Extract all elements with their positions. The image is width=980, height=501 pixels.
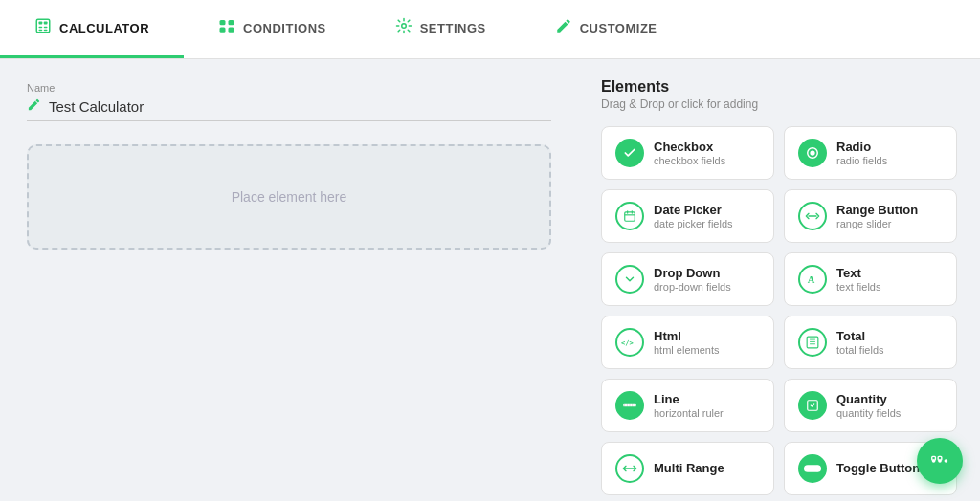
tab-conditions[interactable]: CONDITIONS bbox=[184, 0, 361, 58]
svg-rect-5 bbox=[39, 30, 43, 32]
total-icon bbox=[798, 328, 827, 357]
svg-point-34 bbox=[945, 459, 948, 463]
checkbox-desc: checkbox fields bbox=[654, 155, 725, 166]
drop-down-name: Drop Down bbox=[654, 266, 731, 281]
top-navigation: CALCULATOR CONDITIONS SETTINGS CUST bbox=[0, 0, 980, 59]
element-card-quantity[interactable]: Quantityquantity fields bbox=[784, 379, 957, 432]
range-button-text: Range Buttonrange slider bbox=[836, 203, 918, 229]
drop-down-desc: drop-down fields bbox=[654, 281, 731, 293]
svg-rect-3 bbox=[39, 27, 43, 29]
svg-rect-7 bbox=[220, 20, 226, 25]
tab-customize[interactable]: CUSTOMIZE bbox=[521, 0, 692, 58]
element-card-range-button[interactable]: Range Buttonrange slider bbox=[784, 189, 957, 243]
tab-customize-label: CUSTOMIZE bbox=[580, 21, 657, 35]
quantity-icon bbox=[798, 391, 827, 420]
text-name: Text bbox=[836, 266, 880, 281]
svg-rect-1 bbox=[39, 22, 43, 25]
html-text: Htmlhtml elements bbox=[654, 329, 719, 356]
element-card-html[interactable]: </>Htmlhtml elements bbox=[601, 316, 774, 369]
toggle-button-icon bbox=[798, 454, 827, 483]
line-icon bbox=[615, 391, 644, 420]
element-card-multi-range[interactable]: Multi Range bbox=[601, 442, 774, 495]
svg-rect-0 bbox=[36, 19, 50, 33]
date-picker-text: Date Pickerdate picker fields bbox=[654, 203, 733, 229]
drop-down-icon bbox=[615, 265, 644, 294]
name-label: Name bbox=[27, 82, 551, 94]
conditions-icon bbox=[218, 17, 235, 38]
drop-zone-label: Place element here bbox=[232, 189, 347, 205]
checkbox-name: Checkbox bbox=[654, 140, 725, 155]
settings-icon bbox=[395, 17, 412, 38]
svg-rect-8 bbox=[229, 20, 234, 25]
toggle-button-name: Toggle Button bbox=[836, 461, 920, 476]
range-button-desc: range slider bbox=[836, 218, 918, 229]
multi-range-icon bbox=[615, 454, 644, 483]
total-desc: total fields bbox=[836, 344, 884, 356]
right-panel: Elements Drag & Drop or click for adding… bbox=[578, 59, 980, 501]
total-name: Total bbox=[836, 329, 884, 344]
line-text: Linehorizontal ruler bbox=[654, 392, 724, 419]
element-card-date-picker[interactable]: Date Pickerdate picker fields bbox=[601, 189, 774, 243]
radio-desc: radio fields bbox=[836, 155, 887, 166]
elements-title: Elements bbox=[601, 78, 957, 96]
line-name: Line bbox=[654, 392, 724, 407]
date-picker-icon bbox=[615, 202, 644, 230]
svg-text:A: A bbox=[808, 274, 815, 285]
svg-point-11 bbox=[401, 24, 406, 29]
tab-calculator[interactable]: CALCULATOR bbox=[0, 0, 184, 58]
multi-range-text: Multi Range bbox=[654, 461, 724, 476]
fab-button[interactable] bbox=[917, 438, 963, 484]
svg-rect-2 bbox=[44, 22, 48, 25]
main-content: Name Place element here Elements Drag & … bbox=[0, 59, 980, 501]
customize-icon bbox=[555, 17, 572, 38]
line-desc: horizontal ruler bbox=[654, 407, 724, 419]
element-card-checkbox[interactable]: Checkboxcheckbox fields bbox=[601, 126, 774, 180]
text-icon: A bbox=[798, 265, 827, 294]
quantity-name: Quantity bbox=[836, 392, 901, 407]
radio-name: Radio bbox=[836, 140, 887, 155]
elements-grid: Checkboxcheckbox fieldsRadioradio fields… bbox=[601, 126, 957, 495]
radio-text: Radioradio fields bbox=[836, 140, 887, 166]
svg-rect-35 bbox=[932, 456, 936, 460]
radio-icon bbox=[798, 139, 827, 167]
element-card-line[interactable]: Linehorizontal ruler bbox=[601, 379, 774, 432]
svg-rect-9 bbox=[220, 28, 226, 33]
left-panel: Name Place element here bbox=[0, 59, 578, 501]
text-desc: text fields bbox=[836, 281, 880, 293]
svg-rect-14 bbox=[625, 212, 635, 221]
quantity-desc: quantity fields bbox=[836, 407, 901, 419]
svg-rect-20 bbox=[807, 337, 818, 348]
toggle-button-text: Toggle Button bbox=[836, 461, 920, 476]
calculator-icon bbox=[34, 17, 52, 38]
quantity-text: Quantityquantity fields bbox=[836, 392, 901, 419]
element-card-total[interactable]: Totaltotal fields bbox=[784, 316, 957, 369]
text-text: Texttext fields bbox=[836, 266, 880, 293]
elements-subtitle: Drag & Drop or click for adding bbox=[601, 98, 957, 111]
date-picker-name: Date Picker bbox=[654, 203, 733, 218]
svg-point-31 bbox=[814, 466, 820, 471]
html-desc: html elements bbox=[654, 344, 719, 356]
drop-zone[interactable]: Place element here bbox=[27, 144, 551, 250]
date-picker-desc: date picker fields bbox=[654, 218, 733, 229]
element-card-radio[interactable]: Radioradio fields bbox=[784, 126, 957, 180]
html-name: Html bbox=[654, 329, 719, 344]
html-icon: </> bbox=[615, 328, 644, 357]
svg-rect-10 bbox=[229, 28, 234, 33]
element-card-drop-down[interactable]: Drop Downdrop-down fields bbox=[601, 252, 774, 306]
name-field-row bbox=[27, 98, 551, 121]
svg-rect-4 bbox=[44, 27, 48, 29]
tab-calculator-label: CALCULATOR bbox=[59, 21, 149, 35]
tab-settings-label: SETTINGS bbox=[420, 21, 486, 35]
checkbox-text: Checkboxcheckbox fields bbox=[654, 140, 725, 166]
tab-settings[interactable]: SETTINGS bbox=[361, 0, 521, 58]
drop-down-text: Drop Downdrop-down fields bbox=[654, 266, 731, 293]
checkbox-icon bbox=[615, 139, 644, 167]
svg-rect-6 bbox=[44, 30, 48, 32]
svg-point-13 bbox=[810, 150, 814, 155]
tab-conditions-label: CONDITIONS bbox=[243, 21, 326, 35]
range-button-icon bbox=[798, 202, 827, 230]
total-text: Totaltotal fields bbox=[836, 329, 884, 356]
range-button-name: Range Button bbox=[836, 203, 918, 218]
element-card-text[interactable]: ATexttext fields bbox=[784, 252, 957, 306]
calculator-name-input[interactable] bbox=[49, 98, 551, 115]
